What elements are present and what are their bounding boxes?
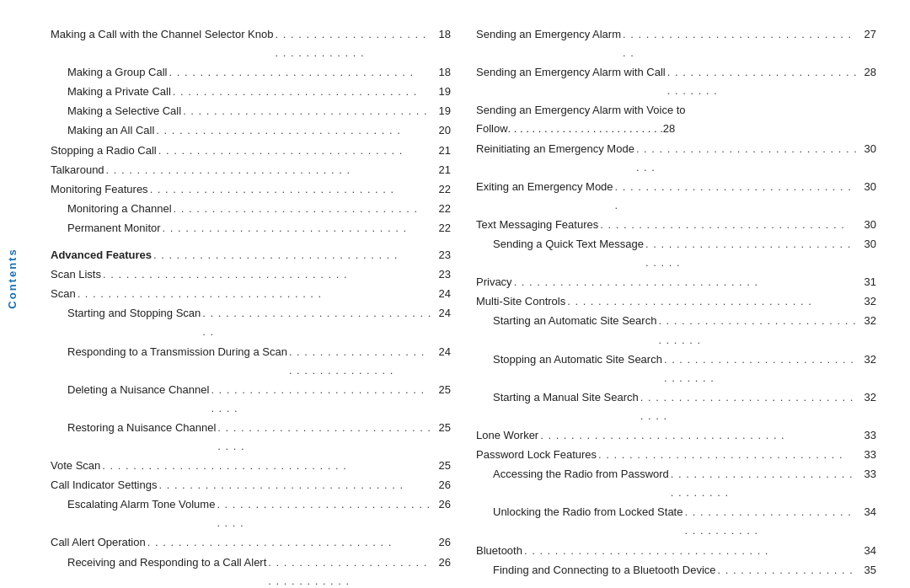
toc-entry: Monitoring a Channel. . . . . . . . . . … (51, 200, 451, 218)
toc-label: Responding to a Transmission During a Sc… (51, 343, 287, 361)
toc-label: Bluetooth (476, 542, 522, 560)
toc-dots: . . . . . . . . . . . . . . . . . . . . … (275, 25, 432, 62)
toc-dots: . . . . . . . . . . . . . . . . . . . . … (658, 312, 858, 349)
toc-page: 18 (434, 63, 451, 82)
toc-page: 24 (434, 343, 451, 361)
toc-label: Finding and Connecting to a Bluetooth De… (476, 561, 716, 580)
toc-dots: . . . . . . . . . . . . . . . . . . . . … (156, 121, 432, 140)
toc-label: Starting and Stopping Scan (51, 304, 201, 323)
toc-page: 30 (859, 216, 876, 234)
toc-dots: . . . . . . . . . . . . . . . . . . . . … (540, 426, 858, 445)
toc-label: Accessing the Radio from Password (476, 465, 669, 484)
toc-entry: Lone Worker. . . . . . . . . . . . . . .… (476, 426, 876, 445)
toc-label: Reinitiating an Emergency Mode (476, 140, 634, 158)
toc-label: Stopping a Radio Call (51, 142, 157, 160)
toc-entry: Password Lock Features. . . . . . . . . … (476, 446, 876, 464)
toc-page: 34 (859, 503, 876, 521)
toc-entry: Sending an Emergency Alarm with Call. . … (476, 63, 876, 100)
toc-page: 22 (434, 180, 451, 199)
toc-label: Starting a Manual Site Search (476, 388, 639, 407)
toc-label-line2: Follow (476, 120, 508, 138)
toc-dots: . . . . . . . . . . . . . . . . . . . . … (645, 235, 858, 272)
toc-page: 19 (434, 83, 451, 101)
toc-page: 26 (434, 495, 451, 514)
toc-label: Lone Worker (476, 426, 538, 445)
toc-entry: Restoring a Nuisance Channel. . . . . . … (51, 419, 451, 456)
toc-entry: Sending a Quick Text Message. . . . . . … (476, 235, 876, 272)
toc-entry: Making a Group Call. . . . . . . . . . .… (51, 63, 451, 82)
toc-label: Monitoring Features (51, 180, 148, 199)
toc-entry: Deleting a Nuisance Channel. . . . . . .… (51, 381, 451, 418)
toc-page: 31 (859, 273, 876, 291)
toc-label: Making a Group Call (51, 63, 168, 82)
toc-entry: Talkaround. . . . . . . . . . . . . . . … (51, 161, 451, 179)
toc-dots: . . . . . . . . . . . . . . . . . . . . … (217, 419, 432, 456)
toc-label: Call Indicator Settings (51, 476, 157, 494)
toc-page: 33 (859, 465, 876, 484)
toc-page: 22 (434, 219, 451, 238)
toc-dots: . . . . . . . . . . . . . . . . . . . . … (567, 292, 858, 311)
toc-label: Making a Selective Call (51, 102, 181, 120)
toc-label: Sending a Quick Text Message (476, 235, 644, 254)
toc-entry: Stopping an Automatic Site Search. . . .… (476, 350, 876, 388)
toc-entry: Call Alert Operation. . . . . . . . . . … (51, 533, 451, 552)
toc-dots: . . . . . . . . . . . . . . . . . . . . … (640, 388, 858, 425)
toc-dots: . . . . . . . . . . . . . . . . . . . . … (147, 533, 432, 552)
toc-dots: . . . . . . . . . . . . . . . . . . . . … (150, 180, 432, 199)
toc-entry: Scan Lists. . . . . . . . . . . . . . . … (51, 265, 451, 284)
toc-label: Privacy (476, 273, 512, 291)
toc-entry: Sending an Emergency Alarm. . . . . . . … (476, 25, 876, 62)
toc-page: 22 (434, 200, 451, 218)
toc-page: 26 (434, 476, 451, 494)
toc-page: 25 (434, 381, 451, 399)
toc-dots: . . . . . . . . . . . . . . . . . . . . … (158, 476, 432, 494)
toc-dots: . . . . . . . . . . . . . . . . . . . . … (289, 343, 432, 380)
toc-label: Unlocking the Radio from Locked State (476, 503, 682, 521)
toc-page: 27 (859, 25, 876, 44)
toc-entry: Scan. . . . . . . . . . . . . . . . . . … (51, 285, 451, 303)
toc-page: 21 (434, 142, 451, 160)
toc-page: 32 (859, 292, 876, 311)
toc-dots: . . . . . . . . . . . . . . . . . . . . … (158, 142, 432, 160)
toc-entry: Finding and Connecting to a Bluetooth De… (476, 561, 876, 588)
toc-dots: . . . . . . . . . . . . . . . . . . . . … (106, 161, 432, 179)
toc-entry: Bluetooth. . . . . . . . . . . . . . . .… (476, 542, 876, 560)
toc-dots: . . . . . . . . . . . . . . . . . . . . … (78, 285, 432, 303)
toc-label: Monitoring a Channel (51, 200, 172, 218)
toc-page: 25 (434, 457, 451, 475)
toc-dots: . . . . . . . . . . . . . . . . . . . . … (524, 542, 858, 560)
toc-label: Advanced Features (51, 246, 152, 265)
toc-label: Sending an Emergency Alarm (476, 25, 621, 44)
toc-entry: Vote Scan. . . . . . . . . . . . . . . .… (51, 457, 451, 475)
toc-dots: . . . . . . . . . . . . . . . . . . . . … (664, 350, 858, 388)
toc-entry: Responding to a Transmission During a Sc… (51, 343, 451, 380)
toc-entry: Reinitiating an Emergency Mode. . . . . … (476, 140, 876, 177)
toc-entry: Making an All Call. . . . . . . . . . . … (51, 121, 451, 140)
toc-dots: . . . . . . . . . . . . . . . . . . . . … (169, 63, 433, 82)
toc-label: Multi-Site Controls (476, 292, 565, 311)
toc-label: Talkaround (51, 161, 104, 179)
toc-label: Sending an Emergency Alarm with Call (476, 63, 666, 82)
toc-dots: . . . . . . . . . . . . . . . . . . . . … (671, 465, 858, 502)
contents-label: Contents (6, 248, 19, 308)
toc-dots: . . . . . . . . . . . . . . . . . . . . … (153, 246, 432, 265)
toc-page: 24 (434, 285, 451, 303)
toc-label: Deleting a Nuisance Channel (51, 381, 209, 399)
toc-page: 30 (859, 178, 876, 196)
toc-page: 23 (434, 265, 451, 284)
toc-entry-multiline: Sending an Emergency Alarm with Voice to… (476, 101, 876, 138)
toc-entry: Receiving and Responding to a Call Alert… (51, 553, 451, 588)
toc-dots: . . . . . . . . . . . . . . . . . . . . … (163, 219, 432, 238)
toc-label: Permanent Monitor (51, 219, 161, 238)
toc-label: Making a Call with the Channel Selector … (51, 25, 273, 44)
toc-page: 26 (434, 553, 451, 572)
toc-page: 20 (434, 121, 451, 140)
toc-entry: Call Indicator Settings. . . . . . . . .… (51, 476, 451, 494)
toc-entry: Exiting an Emergency Mode. . . . . . . .… (476, 178, 876, 215)
toc-page: 33 (859, 426, 876, 445)
toc-page: 25 (434, 419, 451, 437)
toc-label: Scan (51, 285, 76, 303)
toc-dots: . . . . . . . . . . . . . . . . . . . . … (183, 102, 432, 120)
toc-label: Vote Scan (51, 457, 100, 475)
toc-dots: . . . . . . . . . . . . . . . . . . . . … (508, 120, 663, 138)
